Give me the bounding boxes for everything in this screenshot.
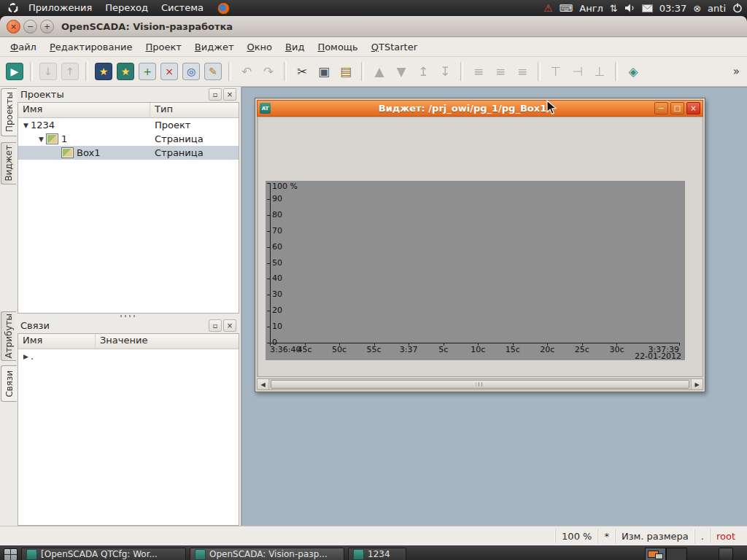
align-top-button: ⊤: [546, 61, 566, 82]
x-axis-label: 45с: [298, 345, 312, 354]
window-titlebar[interactable]: × − + OpenSCADA: Vision-разработка: [0, 16, 747, 37]
project-tree-row[interactable]: ▼1Страница: [18, 132, 239, 146]
tree-name-cell: ▼1: [18, 133, 150, 144]
power-icon[interactable]: [732, 3, 743, 13]
side-tab[interactable]: Атрибуты: [1, 311, 16, 361]
edit-widget-button[interactable]: ✎: [203, 61, 223, 82]
scroll-left-button[interactable]: ◀: [258, 379, 269, 389]
y-axis-tick: [267, 279, 270, 279]
tray-applet-icon[interactable]: [719, 548, 733, 560]
dock-close-button[interactable]: ×: [223, 319, 236, 332]
mail-icon[interactable]: [642, 4, 653, 12]
run-project-button[interactable]: ▶: [4, 61, 25, 82]
x-axis-tick: [339, 343, 340, 346]
panel-indicators: ⚠ ⌨ Англ ⇅ 03:37 ⊗ anti: [543, 3, 743, 14]
y-axis-tick: [267, 199, 270, 200]
scrollbar-thumb[interactable]: [271, 380, 689, 389]
column-header-name[interactable]: Имя: [18, 103, 150, 117]
menubar-item[interactable]: Окно: [240, 39, 279, 55]
column-header-type[interactable]: Тип: [150, 103, 239, 117]
child-window-titlebar[interactable]: AT Виджет: /prj_owi/pg_1/pg_Box1 − □ ×: [257, 100, 703, 117]
run-project-icon: ▶: [6, 63, 23, 80]
status-items: 100 %*Изм. размера.root: [555, 529, 741, 543]
cut-button[interactable]: ✂: [292, 61, 312, 82]
side-tab[interactable]: Связи: [1, 365, 17, 402]
side-tab[interactable]: Проекты: [1, 88, 17, 136]
status-item: root: [710, 529, 741, 543]
firefox-launcher-icon[interactable]: [217, 2, 230, 15]
menubar-item[interactable]: Файл: [4, 39, 43, 55]
project-tree-row[interactable]: Box1Страница: [18, 146, 239, 160]
show-desktop-icon[interactable]: [4, 548, 18, 560]
widget-properties-icon: ◎: [182, 63, 200, 80]
workspace-cell-2[interactable]: [666, 548, 687, 560]
window-maximize-button[interactable]: +: [40, 20, 54, 34]
project-tree-row[interactable]: ▼1234Проект: [18, 118, 239, 132]
new-widget-library-button[interactable]: ★: [115, 61, 136, 82]
speaker-icon[interactable]: [624, 3, 635, 13]
warning-indicator-icon[interactable]: ⚠: [543, 3, 553, 13]
scroll-right-button[interactable]: ▶: [691, 379, 703, 389]
menubar-item[interactable]: Помощь: [311, 39, 364, 55]
workspace-cell-1[interactable]: [645, 548, 666, 560]
panel-menu-item[interactable]: Переход: [98, 0, 155, 16]
child-minimize-button[interactable]: −: [654, 102, 668, 114]
child-close-button[interactable]: ×: [686, 102, 700, 114]
x-axis-tick: [513, 343, 514, 346]
menubar-item[interactable]: Виджет: [188, 39, 241, 55]
tree-name-cell: ▼1234: [18, 120, 150, 131]
ubuntu-logo-icon[interactable]: [7, 2, 19, 14]
column-header-value[interactable]: Значение: [96, 334, 239, 349]
taskbar-window-list: [OpenSCADA QTCfg: Wor...OpenSCADA: Visio…: [21, 548, 406, 560]
user-indicator[interactable]: anti: [708, 3, 726, 14]
trend-chart-widget[interactable]: 22-01-2012 100 %90807060504030201003:36:…: [266, 181, 685, 360]
development-mode-button[interactable]: ◈: [623, 61, 643, 82]
page-edit-canvas[interactable]: 22-01-2012 100 %90807060504030201003:36:…: [257, 117, 703, 377]
x-axis-label: 3:36:40: [270, 345, 301, 354]
desktop: ПриложенияПереходСистема ⚠ ⌨ Англ ⇅ 03:3…: [0, 0, 747, 560]
x-axis-label: 30с: [609, 345, 624, 354]
taskbar-window-button[interactable]: [OpenSCADA QTCfg: Wor...: [21, 548, 186, 560]
copy-button[interactable]: ▣: [314, 61, 334, 82]
dock-float-button[interactable]: ▫: [209, 88, 222, 101]
development-mode-glyph: ◈: [628, 64, 638, 79]
links-row[interactable]: ▶.: [18, 349, 239, 363]
panel-menu-item[interactable]: Система: [155, 0, 210, 16]
new-visual-item-button[interactable]: ★: [93, 61, 114, 82]
y-axis-tick: [267, 215, 270, 216]
taskbar-window-button[interactable]: 1234: [348, 548, 406, 560]
taskbar-window-button[interactable]: OpenSCADA: Vision-разр...: [190, 548, 344, 560]
tree-expander[interactable]: ▼: [21, 122, 31, 129]
new-widget-library-icon: ★: [117, 63, 134, 80]
tree-expander[interactable]: ▶: [21, 353, 31, 360]
menubar-item[interactable]: Вид: [279, 39, 311, 55]
column-header-name[interactable]: Имя: [18, 334, 96, 349]
tree-expander[interactable]: ▼: [36, 136, 46, 143]
panel-menu-item[interactable]: Приложения: [22, 0, 98, 16]
menubar-item[interactable]: QTStarter: [365, 39, 424, 55]
clock-indicator[interactable]: 03:37: [659, 3, 686, 14]
widget-properties-button[interactable]: ◎: [181, 61, 201, 82]
edit-widget-glyph: ✎: [209, 66, 217, 77]
dock-close-button[interactable]: ×: [223, 88, 236, 101]
window-close-button[interactable]: ×: [7, 20, 20, 34]
toolbar-separator: [615, 62, 618, 81]
side-tab[interactable]: Виджет: [1, 142, 16, 184]
updates-arrows-icon[interactable]: ⇅: [610, 4, 618, 13]
x-axis-label: 10с: [471, 345, 485, 354]
dock-float-button[interactable]: ▫: [209, 319, 222, 332]
window-minimize-button[interactable]: −: [23, 20, 37, 34]
menubar-item[interactable]: Редактирование: [43, 39, 139, 55]
menubar-item[interactable]: Проект: [139, 39, 187, 55]
toolbar-overflow-chevron[interactable]: »: [729, 65, 743, 78]
side-tab-label: Связи: [4, 370, 15, 397]
delete-widget-button[interactable]: ×: [159, 61, 179, 82]
taskbar-button-label: [OpenSCADA QTCfg: Wor...: [41, 549, 158, 559]
keyboard-layout-indicator[interactable]: Англ: [579, 3, 603, 14]
paste-button[interactable]: ▤: [336, 61, 356, 82]
child-maximize-button[interactable]: □: [670, 102, 684, 114]
keyboard-icon[interactable]: ⌨: [559, 4, 573, 13]
network-indicator-icon[interactable]: ⊗: [693, 4, 701, 13]
align-vcenter-glyph: ⊣: [573, 64, 584, 79]
add-widget-button[interactable]: +: [137, 61, 158, 82]
